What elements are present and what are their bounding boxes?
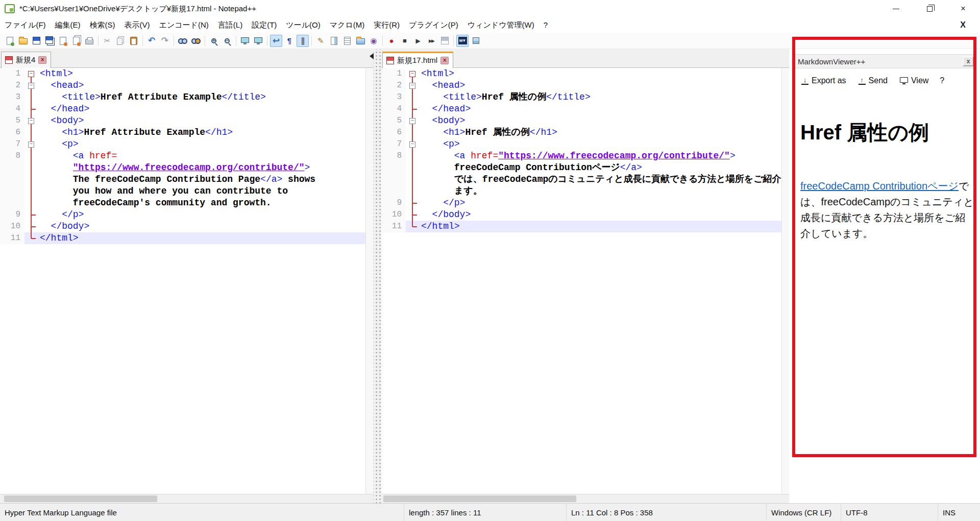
- menu-item-0[interactable]: ファイル(F): [0, 18, 51, 31]
- function-list-icon[interactable]: [341, 35, 353, 47]
- toolbar-separator: [382, 36, 383, 46]
- code-text: <title>Href 属性の例</title>: [419, 91, 789, 103]
- code-text: では、freeCodeCampのコミュニティと成長に貢献できる方法と場所をご紹介…: [419, 174, 789, 185]
- new-file-icon[interactable]: [4, 35, 16, 47]
- editor-left[interactable]: 1−<html>2− <head>3 <title>Href Attribute…: [0, 68, 373, 494]
- sync-vertical-scrolling-icon[interactable]: [239, 35, 251, 47]
- send-button[interactable]: ↑ Send: [854, 75, 892, 87]
- user-defined-language-icon[interactable]: ✎: [314, 35, 327, 47]
- status-encoding[interactable]: UTF-8: [841, 504, 938, 521]
- preview-link[interactable]: freeCodeCamp Contributionページ: [800, 180, 959, 192]
- minimize-button[interactable]: [879, 0, 913, 17]
- find-icon[interactable]: [177, 35, 189, 47]
- sync-horizontal-scrolling-icon[interactable]: [252, 35, 264, 47]
- fold-collapse-icon[interactable]: −: [406, 115, 419, 127]
- close-all-icon[interactable]: [70, 35, 82, 47]
- horizontal-scrollbar-left[interactable]: [0, 494, 373, 503]
- tab-shinki4[interactable]: 新規4 ×: [1, 52, 51, 68]
- scrollbar-thumb[interactable]: [383, 495, 576, 502]
- paste-icon[interactable]: [128, 35, 140, 47]
- save-macro-icon[interactable]: [438, 35, 451, 47]
- menu-item-7[interactable]: ツール(O): [281, 18, 325, 31]
- document-map-icon[interactable]: [328, 35, 340, 47]
- panel-close-button[interactable]: x: [963, 56, 974, 66]
- record-macro-icon[interactable]: ●: [385, 35, 398, 47]
- code-line-wrap: では、freeCodeCampのコミュニティと成長に貢献できる方法と場所をご紹介…: [381, 174, 789, 185]
- fold-collapse-icon[interactable]: −: [406, 68, 419, 80]
- scrollbar-thumb[interactable]: [4, 495, 157, 502]
- toolbar-separator: [267, 36, 267, 46]
- zoom-out-icon[interactable]: −: [221, 35, 233, 47]
- code-line-6: 6 <h1>Href 属性の例</h1>: [381, 127, 789, 138]
- menu-item-3[interactable]: 表示(V): [120, 18, 155, 31]
- fold-collapse-icon[interactable]: −: [24, 138, 38, 150]
- status-insert-mode[interactable]: INS: [938, 504, 980, 521]
- run-macro-multiple-icon[interactable]: ▶▶: [425, 35, 437, 47]
- help-button[interactable]: ?: [937, 75, 947, 87]
- word-wrap-icon[interactable]: ↩: [270, 35, 282, 47]
- menu-close-button[interactable]: X: [960, 20, 966, 30]
- fold-collapse-icon[interactable]: −: [24, 115, 38, 127]
- fold-collapse-icon[interactable]: −: [24, 68, 38, 80]
- line-number: 9: [381, 197, 406, 209]
- menu-item-5[interactable]: 言語(L): [213, 18, 247, 31]
- zoom-in-icon[interactable]: +: [208, 35, 220, 47]
- vertical-scrollbar-left[interactable]: [365, 68, 373, 494]
- code-text: "https://www.freecodecamp.org/contribute…: [38, 162, 373, 174]
- menu-items: ファイル(F)編集(E)検索(S)表示(V)エンコード(N)言語(L)設定(T)…: [0, 20, 552, 30]
- fold-margin: [406, 174, 419, 185]
- vertical-scrollbar-right[interactable]: [781, 68, 789, 494]
- copy-icon[interactable]: [114, 35, 127, 47]
- tab-close-icon[interactable]: ×: [440, 57, 449, 64]
- save-icon[interactable]: [30, 35, 42, 47]
- code-line-10: 10 </body>: [0, 221, 373, 232]
- close-button[interactable]: ×: [946, 0, 980, 17]
- menu-item-6[interactable]: 設定(T): [247, 18, 281, 31]
- export-as-button[interactable]: ↓ Export as: [797, 75, 850, 87]
- tab-shinki17[interactable]: 新規17.html ×: [382, 52, 453, 68]
- show-all-characters-icon[interactable]: ¶: [283, 35, 296, 47]
- editor-right[interactable]: 1−<html>2− <head>3 <title>Href 属性の例</tit…: [381, 68, 789, 494]
- replace-icon[interactable]: [190, 35, 202, 47]
- menu-item-8[interactable]: マクロ(M): [325, 18, 370, 31]
- editor-pane-right: 新規17.html × 1−<html>2− <head>3 <title>Hr…: [381, 49, 789, 503]
- fold-collapse-icon[interactable]: −: [24, 80, 38, 91]
- horizontal-scrollbar-right[interactable]: [381, 494, 789, 503]
- pane-splitter[interactable]: [373, 49, 381, 503]
- menu-item-12[interactable]: ?: [539, 18, 552, 31]
- line-number: 4: [0, 103, 24, 115]
- menu-item-4[interactable]: エンコード(N): [155, 18, 213, 31]
- fold-collapse-icon[interactable]: −: [406, 138, 419, 150]
- line-number: 11: [381, 221, 406, 232]
- menu-item-10[interactable]: プラグイン(P): [404, 18, 463, 31]
- markdown-viewer-icon[interactable]: M▼: [456, 35, 469, 47]
- status-eol-format[interactable]: Windows (CR LF): [767, 504, 841, 521]
- menu-item-9[interactable]: 実行(R): [369, 18, 404, 31]
- print-icon[interactable]: [83, 35, 95, 47]
- undo-icon[interactable]: ↶: [145, 35, 158, 47]
- code-text: <body>: [419, 115, 789, 127]
- restore-button[interactable]: [913, 0, 946, 17]
- tab-close-icon[interactable]: ×: [38, 56, 46, 64]
- playback-macro-icon[interactable]: ▶: [412, 35, 424, 47]
- indent-guide-icon[interactable]: ∥: [297, 35, 309, 47]
- document-monitoring-icon[interactable]: ◉: [368, 35, 380, 47]
- window-title: *C:¥Users¥User1¥OneDrive¥デスクトップ¥新規17.htm…: [19, 4, 256, 14]
- markdown-panel-command-icon[interactable]: [470, 35, 482, 47]
- code-line-3: 3 <title>Href 属性の例</title>: [381, 91, 789, 103]
- cut-icon[interactable]: ✂: [101, 35, 113, 47]
- send-label: Send: [869, 76, 888, 85]
- line-number: 3: [0, 91, 24, 103]
- folder-as-workspace-icon[interactable]: [354, 35, 366, 47]
- stop-macro-icon[interactable]: ■: [399, 35, 411, 47]
- fold-collapse-icon[interactable]: −: [406, 80, 419, 91]
- menu-item-2[interactable]: 検索(S): [85, 18, 120, 31]
- open-file-icon[interactable]: [17, 35, 29, 47]
- unsaved-file-icon: [386, 57, 394, 64]
- close-icon[interactable]: [57, 35, 69, 47]
- view-button[interactable]: View: [896, 75, 933, 87]
- menu-item-1[interactable]: 編集(E): [51, 18, 85, 31]
- save-all-icon[interactable]: [43, 35, 56, 47]
- redo-icon[interactable]: ↷: [159, 35, 171, 47]
- menu-item-11[interactable]: ウィンドウ管理(W): [463, 18, 539, 31]
